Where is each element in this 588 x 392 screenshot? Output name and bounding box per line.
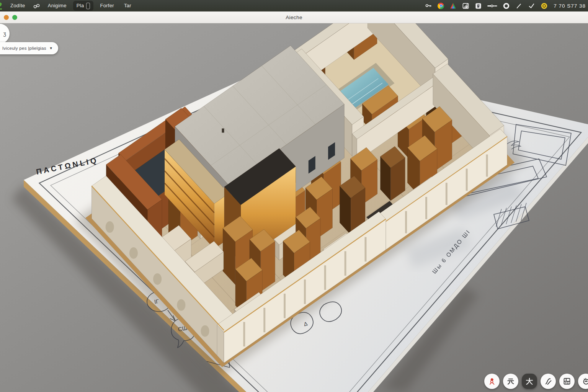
menu-item-4[interactable]: Tar (119, 0, 136, 11)
slider-icon[interactable] (487, 2, 497, 10)
window-title-bar[interactable]: Aieche (0, 11, 588, 23)
stamp-swirl-icon[interactable] (541, 374, 556, 389)
screenshot-root: { "menubar": { "items": ["Zodïte", "Anig… (0, 0, 588, 392)
menu-bar-status: 7 70 S77 38 (422, 2, 588, 10)
visibility-dropdown-button[interactable]: Iviceuly pes |plielgias ▼ (0, 42, 58, 54)
pencil-icon[interactable] (515, 2, 523, 10)
stamp-dai-dark-icon[interactable] (522, 374, 537, 389)
key-icon[interactable] (425, 2, 432, 10)
menu-item-2-active[interactable]: Pla (73, 1, 94, 11)
stamp-yuan-icon[interactable] (503, 374, 518, 389)
visibility-dropdown-label: Iviceuly pes |plielgias (2, 46, 46, 51)
meet-badge-icon[interactable] (541, 2, 548, 10)
glasses-icon[interactable] (33, 2, 40, 10)
notes-square-icon[interactable] (475, 2, 482, 10)
side-handle-glyph: ʒ (3, 31, 6, 37)
stamp-partial-icon[interactable] (578, 374, 588, 389)
window-title: Aieche (0, 15, 588, 20)
chevron-down-icon: ▼ (49, 46, 53, 50)
app-logo-icon[interactable] (0, 2, 5, 10)
menu-item-3[interactable]: Forfer (95, 0, 119, 11)
text-cursor-box (86, 3, 90, 9)
menu-bar-left: Zodïte Anigime Pla Forfer Tar (0, 0, 136, 11)
chrome-icon[interactable] (438, 3, 444, 9)
menu-item-2-label: Pla (77, 2, 84, 10)
donut-record-icon[interactable] (503, 2, 510, 10)
menu-bar: Zodïte Anigime Pla Forfer Tar (0, 0, 588, 11)
stamp-dock (484, 374, 588, 389)
menu-item-0[interactable]: Zodïte (5, 0, 30, 11)
model-photo-canvas[interactable]: ΙΓСШΔΠΑCTΩNLIQШы 6 ОМДО ШІ (0, 23, 588, 392)
temple-model-render: ΙΓСШΔΠΑCTΩNLIQШы 6 ОМДО ШІ (0, 23, 588, 392)
maps-icon[interactable] (449, 2, 457, 10)
stamp-seal-icon[interactable] (559, 374, 575, 389)
menu-status-text: 7 70 S77 38 (554, 3, 586, 9)
stamp-flower-red-icon[interactable] (484, 374, 500, 389)
display-diagonal-icon[interactable] (462, 2, 469, 10)
menu-item-1[interactable]: Anigime (43, 0, 72, 11)
checkmark-icon[interactable] (528, 2, 535, 10)
